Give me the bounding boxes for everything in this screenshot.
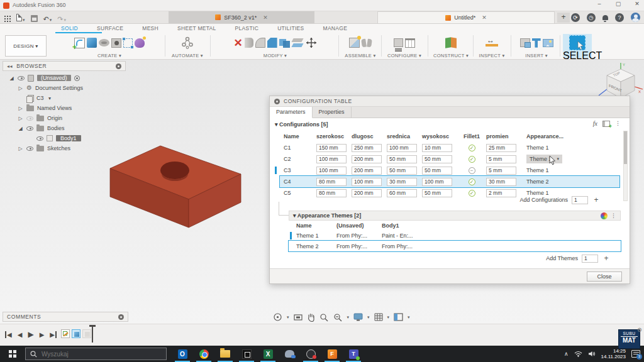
ribbon-tab-surface[interactable]: SURFACE xyxy=(97,25,123,31)
insert-text-icon[interactable] xyxy=(532,38,541,48)
fillet-enabled-icon[interactable]: ✓ xyxy=(469,145,475,151)
activate-radio-icon[interactable] xyxy=(74,75,80,81)
start-button[interactable] xyxy=(0,346,25,362)
taskbar-app-capture[interactable] xyxy=(236,346,257,362)
wifi-icon[interactable] xyxy=(574,351,582,357)
chevron-down-icon[interactable]: ▾ xyxy=(47,96,53,101)
close-window-button[interactable]: ✕ xyxy=(633,1,641,7)
value-input[interactable] xyxy=(387,144,417,152)
appearance-cell[interactable]: Theme 1 xyxy=(523,145,617,151)
doc-tab-sf360[interactable]: SF360_2 v1* ✕ xyxy=(169,11,314,23)
visibility-eye-icon[interactable] xyxy=(26,126,33,131)
value-input[interactable] xyxy=(352,155,382,163)
themes-section-header[interactable]: ▾ Appearance Themes [2] ⋮ xyxy=(289,211,621,221)
delete-icon[interactable]: ✕ xyxy=(233,38,242,48)
taskbar-app-excel[interactable]: X xyxy=(257,346,279,362)
play-button[interactable]: ▶ xyxy=(28,330,33,339)
chamfer-icon[interactable] xyxy=(267,38,277,48)
display-settings-icon[interactable] xyxy=(353,313,363,321)
tab-properties[interactable]: Properties xyxy=(313,107,352,118)
measure-icon[interactable] xyxy=(486,39,498,47)
close-tab-icon[interactable]: ✕ xyxy=(482,14,487,21)
model-body1[interactable] xyxy=(101,141,277,233)
theme-dropdown[interactable]: Theme 2 ▾ xyxy=(526,155,562,163)
appearance-cell[interactable]: Theme 2 xyxy=(523,178,617,185)
panel-handle-icon[interactable] xyxy=(118,314,124,320)
value-input[interactable] xyxy=(387,178,417,186)
add-configurations-count[interactable] xyxy=(572,196,588,204)
dialog-scrollbar[interactable] xyxy=(623,131,628,201)
value-input[interactable] xyxy=(422,189,452,197)
go-to-start-button[interactable]: ◀ xyxy=(5,331,12,338)
save-icon[interactable] xyxy=(31,15,38,22)
value-input[interactable] xyxy=(352,167,382,175)
scrollbar-thumb[interactable] xyxy=(624,131,627,164)
help-icon[interactable]: ? xyxy=(615,13,624,22)
select-tool[interactable]: SELECT ▾ xyxy=(563,34,592,58)
group-label-create[interactable]: CREATE ▾ xyxy=(55,53,164,58)
taskbar-app-misc[interactable] xyxy=(279,346,300,362)
value-input[interactable] xyxy=(387,167,417,175)
group-label-insert[interactable]: INSERT ▾ xyxy=(513,53,560,58)
value-input[interactable] xyxy=(486,155,516,163)
value-input[interactable] xyxy=(316,189,347,197)
appearance-cell[interactable]: Theme 1 xyxy=(523,167,617,173)
search-input[interactable] xyxy=(42,351,148,358)
close-tab-icon[interactable]: ✕ xyxy=(263,14,268,21)
automate-tree-icon[interactable] xyxy=(181,36,194,49)
minimize-button[interactable]: – xyxy=(595,1,604,7)
create-sketch-icon[interactable] xyxy=(74,38,85,48)
ribbon-tab-manage[interactable]: MANAGE xyxy=(323,25,348,31)
tray-expand-icon[interactable]: ∧ xyxy=(564,351,569,357)
visibility-eye-icon[interactable] xyxy=(26,146,33,151)
fillet-enabled-icon[interactable]: ✓ xyxy=(469,190,475,197)
kebab-menu-icon[interactable]: ⋮ xyxy=(615,121,621,126)
timeline-rolled-feature[interactable] xyxy=(82,329,91,338)
browser-item-named-views[interactable]: ▷ Named Views xyxy=(9,103,126,113)
value-input[interactable] xyxy=(422,167,452,175)
visibility-eye-icon[interactable] xyxy=(18,76,25,80)
value-input[interactable] xyxy=(316,167,347,175)
visibility-eye-icon[interactable] xyxy=(26,116,33,121)
environment-selector[interactable]: DESIGN ▾ xyxy=(5,35,47,57)
color-wheel-icon[interactable] xyxy=(601,212,608,219)
chevron-down-icon[interactable]: ▾ xyxy=(23,18,25,22)
browser-item-configuration[interactable]: C3 ▾ xyxy=(9,93,126,103)
group-label-inspect[interactable]: INSPECT ▾ xyxy=(475,53,508,58)
value-input[interactable] xyxy=(422,144,452,152)
formula-view-icon[interactable]: fx xyxy=(593,120,597,127)
new-component-icon[interactable] xyxy=(349,38,360,48)
group-label-assemble[interactable]: ASSEMBLE ▾ xyxy=(341,53,380,58)
insert-canvas-icon[interactable] xyxy=(543,39,553,47)
timeline-extrude-feature[interactable] xyxy=(72,329,80,338)
group-label-automate[interactable]: AUTOMATE ▾ xyxy=(167,53,208,58)
ribbon-tab-solid[interactable]: SOLID xyxy=(61,25,78,31)
look-at-icon[interactable] xyxy=(294,314,303,321)
undo-icon[interactable]: ↶ xyxy=(43,15,49,23)
root-document-label[interactable]: (Unsaved) xyxy=(37,75,71,81)
close-button[interactable]: Close xyxy=(587,272,622,282)
ribbon-tab-mesh[interactable]: MESH xyxy=(142,25,158,31)
value-input[interactable] xyxy=(486,167,516,175)
fillet-enabled-icon[interactable]: ✓ xyxy=(469,178,475,185)
value-input[interactable] xyxy=(422,178,452,186)
viewports-icon[interactable] xyxy=(394,313,403,321)
fillet-enabled-icon[interactable]: ✓ xyxy=(469,156,475,163)
ribbon-tab-utilities[interactable]: UTILITIES xyxy=(277,25,304,31)
revolve-icon[interactable] xyxy=(99,39,109,47)
theme-row-1[interactable]: Theme 1 From Phy:... Paint - En:... xyxy=(289,230,621,241)
volume-icon[interactable] xyxy=(588,351,596,357)
value-input[interactable] xyxy=(352,178,382,186)
user-avatar[interactable] xyxy=(631,13,640,22)
timeline-marker[interactable] xyxy=(92,326,93,343)
value-input[interactable] xyxy=(352,144,382,152)
chevron-down-icon[interactable]: ▾ xyxy=(64,18,66,22)
value-input[interactable] xyxy=(352,189,382,197)
construct-plane-icon[interactable] xyxy=(445,38,457,48)
fillet-icon[interactable] xyxy=(255,38,265,48)
ribbon-tab-plastic[interactable]: PLASTIC xyxy=(235,25,259,31)
theme-row-2-selected[interactable]: Theme 2 From Phy:... From Phy:... xyxy=(289,241,621,251)
step-back-button[interactable]: ◀ xyxy=(18,331,23,338)
doc-tab-untitled[interactable]: Untitled* ✕ xyxy=(377,11,555,23)
dialog-header[interactable]: CONFIGURATION TABLE xyxy=(270,96,630,107)
